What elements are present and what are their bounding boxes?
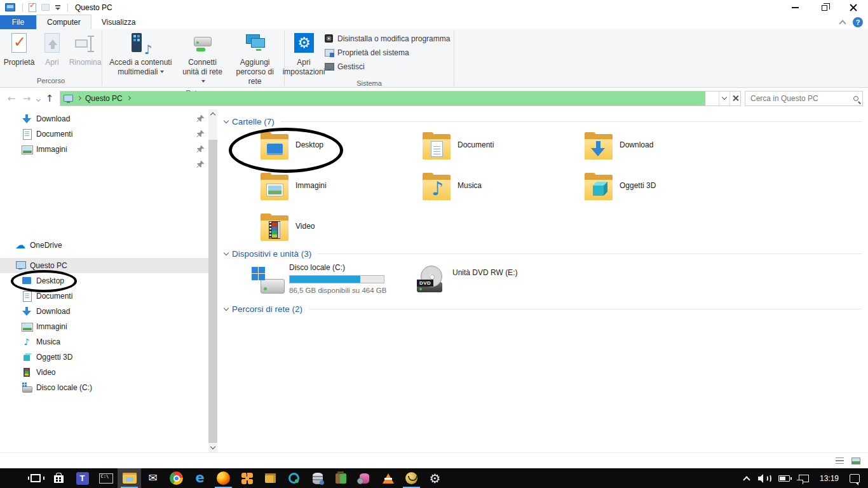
breadcrumb-this-pc[interactable]: Questo PC (85, 94, 123, 103)
address-dropdown-button[interactable] (719, 92, 729, 105)
taskbar-app-ring-button[interactable] (282, 468, 306, 488)
sidebar-item-download[interactable]: Download (0, 304, 217, 319)
back-button[interactable]: ← (4, 93, 19, 104)
section-header-folders[interactable]: Cartelle (7) (224, 117, 862, 126)
sidebar-item-onedrive[interactable]: ☁ OneDrive (0, 238, 217, 253)
sidebar-item-documents[interactable]: Documenti (0, 288, 217, 304)
sidebar-item-download-quick[interactable]: Download (0, 111, 217, 126)
network-button[interactable] (794, 468, 813, 488)
taskbar: T C:\ ✉ e ⚙ 13:19 (0, 468, 868, 488)
taskbar-edge-button[interactable]: e (188, 468, 212, 488)
map-network-drive-button[interactable]: Connetti unità di rete (177, 30, 229, 88)
collapse-chevron-icon[interactable] (224, 306, 229, 311)
volume-button[interactable] (754, 468, 774, 488)
tab-visualizza[interactable]: Visualizza (92, 15, 146, 29)
quick-access-new-folder-button[interactable] (39, 2, 51, 13)
folder-tile-documents[interactable]: Documenti (421, 132, 574, 173)
folder-tile-pictures[interactable]: Immagini (259, 173, 412, 214)
scroll-down-button[interactable] (208, 443, 217, 452)
battery-button[interactable] (774, 468, 794, 488)
thumbnails-view-button[interactable] (849, 455, 863, 466)
breadcrumb-chevron-icon[interactable] (126, 96, 131, 100)
dvd-name: Unità DVD RW (E:) (452, 268, 517, 277)
ribbon-tabs: File Computer Visualizza ? (0, 15, 868, 29)
taskbar-teams-button[interactable]: T (71, 468, 94, 488)
customize-quick-access-button[interactable] (51, 2, 64, 13)
minimize-ribbon-icon[interactable] (839, 20, 846, 27)
folder-tile-video[interactable]: Video (259, 214, 412, 254)
hidden-icons-button[interactable] (740, 468, 754, 488)
section-header-network[interactable]: Percorsi di rete (2) (224, 304, 862, 314)
collapse-chevron-icon[interactable] (224, 118, 229, 123)
section-header-devices[interactable]: Dispositivi e unità (3) (224, 249, 862, 259)
folder-tile-desktop[interactable]: Desktop (259, 132, 412, 173)
breadcrumb-chevron-icon[interactable] (77, 96, 81, 100)
taskbar-cmd-button[interactable]: C:\ (94, 468, 118, 488)
taskbar-firefox-button[interactable] (212, 468, 235, 488)
sidebar-item-local-disk-c[interactable]: Disco locale (C:) (0, 380, 217, 395)
minimize-button[interactable] (780, 0, 810, 15)
taskbar-ultraedit-button[interactable] (400, 468, 423, 488)
taskbar-mail-button[interactable]: ✉ (141, 468, 165, 488)
open-button[interactable]: Apri (36, 30, 69, 69)
sidebar-item-this-pc[interactable]: Questo PC (0, 258, 208, 273)
up-button[interactable]: ↑ (42, 93, 57, 104)
forward-button[interactable]: → (19, 93, 34, 104)
taskbar-store-button[interactable] (47, 468, 71, 488)
taskbar-app-sync-button[interactable] (235, 468, 259, 488)
close-button[interactable] (839, 0, 868, 15)
quick-access-properties-button[interactable]: ✓ (26, 2, 39, 13)
chevron-up-icon (743, 476, 750, 483)
sidebar-item-3d-objects[interactable]: Oggetti 3D (0, 349, 217, 365)
taskbar-vlc-button[interactable] (376, 468, 400, 488)
3d-objects-folder-icon (583, 173, 614, 202)
media-access-button[interactable]: ♪ Accedi a contenuti multimediali (105, 30, 177, 78)
action-center-button[interactable] (845, 468, 864, 488)
search-box[interactable] (745, 91, 863, 106)
sidebar-item-desktop[interactable]: Desktop (0, 273, 217, 288)
taskbar-chrome-button[interactable] (165, 468, 188, 488)
details-view-button[interactable] (832, 455, 846, 466)
main-area: Download Documenti Immagini ☁ OneDrive Q… (0, 109, 868, 452)
taskbar-database-pink-button[interactable] (353, 468, 376, 488)
stop-refresh-button[interactable] (729, 92, 740, 105)
search-input[interactable] (745, 94, 863, 103)
taskbar-app-window-button[interactable] (259, 468, 282, 488)
battery-icon (778, 475, 790, 482)
collapse-chevron-icon[interactable] (224, 250, 229, 255)
system-properties-button[interactable]: Proprietà del sistema (324, 47, 450, 58)
sidebar-item-pictures-quick[interactable]: Immagini (0, 142, 217, 157)
manage-button[interactable]: Gestisci (324, 61, 450, 72)
sidebar-item-loading[interactable] (0, 157, 217, 172)
search-icon[interactable] (853, 96, 858, 101)
taskbar-settings-button[interactable]: ⚙ (423, 468, 447, 488)
network-drive-icon (194, 37, 212, 46)
properties-button[interactable]: ✓ Proprietà (3, 30, 36, 69)
taskbar-clock[interactable]: 13:19 (813, 474, 845, 483)
recent-locations-button[interactable] (34, 94, 42, 103)
tab-file[interactable]: File (0, 15, 36, 29)
scroll-up-button[interactable] (208, 109, 217, 119)
uninstall-program-button[interactable]: Disinstalla o modifica programma (324, 33, 450, 44)
sidebar-item-video[interactable]: Video (0, 365, 217, 380)
folder-tile-3d-objects[interactable]: Oggetti 3D (583, 173, 736, 214)
add-network-location-button[interactable]: Aggiungi percorso di rete (228, 30, 281, 88)
taskbar-package-button[interactable] (329, 468, 353, 488)
rename-button[interactable]: Rinomina (69, 30, 102, 69)
taskbar-file-explorer-button[interactable] (118, 468, 141, 488)
sidebar-item-pictures[interactable]: Immagini (0, 319, 217, 334)
scrollbar-thumb[interactable] (208, 140, 217, 443)
sidebar-scrollbar[interactable] (208, 109, 217, 452)
start-button[interactable] (0, 468, 24, 488)
task-view-button[interactable] (24, 468, 47, 488)
open-settings-button[interactable]: ⚙ Apri impostazioni (287, 30, 320, 78)
restore-button[interactable] (810, 0, 839, 15)
help-button[interactable]: ? (853, 17, 863, 27)
taskbar-database-button[interactable] (306, 468, 329, 488)
sidebar-item-music[interactable]: ♪ Musica (0, 334, 217, 349)
address-bar[interactable]: Questo PC (60, 91, 741, 106)
tab-computer[interactable]: Computer (36, 15, 92, 29)
sidebar-item-documents-quick[interactable]: Documenti (0, 126, 217, 142)
folder-tile-download[interactable]: Download (583, 132, 736, 173)
folder-tile-music[interactable]: ♪ Musica (421, 173, 574, 214)
